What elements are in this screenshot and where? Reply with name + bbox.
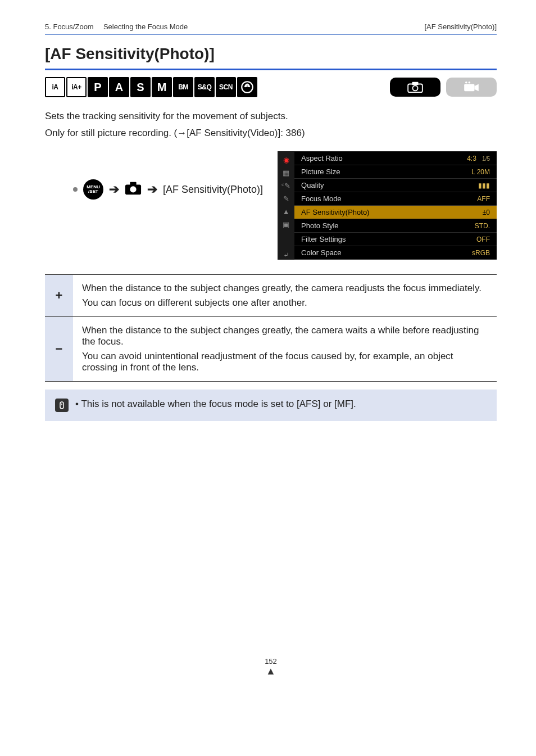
setting-desc-plus: When the distance to the subject changes… <box>73 275 497 317</box>
menu-screenshot: ◉ ▦ ᶜ✎ ✎ ▲ ▣ ⤶ Aspect Ratio 4:3 1/5 Pict… <box>278 151 497 260</box>
menu-target-label: [AF Sensitivity(Photo)] <box>163 184 263 196</box>
svg-rect-4 <box>412 82 419 85</box>
mode-m-icon: M <box>152 77 172 97</box>
mode-scn-icon: SCN <box>216 77 236 97</box>
screenshot-row: Color SpacesRGB <box>294 246 497 260</box>
breadcrumb: 5. Focus/Zoom Selecting the Focus Mode [… <box>45 22 497 35</box>
svg-point-7 <box>465 82 467 84</box>
camera-icon <box>125 181 142 198</box>
svg-point-11 <box>130 186 136 192</box>
tab-custom-icon: ᶜ✎ <box>280 180 292 191</box>
screenshot-row: Aspect Ratio 4:3 1/5 <box>294 152 497 165</box>
mode-a-icon: A <box>109 77 129 97</box>
mode-ia-plus-icon: iA+ <box>66 77 87 97</box>
mode-creative-icon <box>237 77 257 97</box>
header-left: 5. Focus/Zoom <box>45 22 94 31</box>
menu-set-icon: MENU/SET <box>83 179 103 200</box>
screenshot-body: Aspect Ratio 4:3 1/5 Picture SizeL 20M Q… <box>294 152 497 260</box>
screenshot-tabs: ◉ ▦ ᶜ✎ ✎ ▲ ▣ ⤶ <box>278 152 294 260</box>
mode-ia-icon: iA <box>45 77 65 97</box>
setting-desc-minus: When the distance to the subject changes… <box>73 317 497 382</box>
screenshot-row: Focus ModeAFF <box>294 192 497 206</box>
mode-icons: iA iA+ P A S M BM S&Q SCN <box>45 77 257 97</box>
svg-point-2 <box>248 85 249 87</box>
page-title: [AF Sensitivity(Photo)] <box>45 45 497 70</box>
header-mid: Selecting the Focus Mode <box>103 22 188 31</box>
screenshot-row: Picture SizeL 20M <box>294 165 497 179</box>
setting-key-plus: + <box>45 275 73 317</box>
video-pill-icon <box>446 78 497 97</box>
screenshot-row: Quality▮▮▮ <box>294 179 497 192</box>
svg-point-1 <box>246 85 247 87</box>
setting-key-minus: − <box>45 317 73 382</box>
note-icon <box>55 399 69 412</box>
menu-path: MENU/SET ➔ ➔ [AF Sensitivity(Photo)] <box>45 151 263 200</box>
tab-rec-icon: ◉ <box>280 155 292 165</box>
tab-video-icon: ▦ <box>280 168 292 178</box>
mode-s-icon: S <box>130 77 151 97</box>
reference-link[interactable]: [AF Sensitivity(Video)]: 386 <box>187 128 302 138</box>
header-right: [AF Sensitivity(Photo)] <box>424 22 497 31</box>
tab-playback-icon: ▣ <box>280 219 292 229</box>
svg-point-8 <box>469 82 471 84</box>
photo-pill-icon <box>390 78 440 97</box>
up-arrow-icon[interactable]: ▲ <box>45 666 497 677</box>
media-type-pills <box>390 78 497 97</box>
settings-table: + When the distance to the subject chang… <box>45 274 497 382</box>
screenshot-row: Photo StyleSTD. <box>294 219 497 233</box>
arrow-right-icon: → <box>177 128 187 138</box>
table-row: − When the distance to the subject chang… <box>45 317 497 382</box>
bullet-icon <box>73 187 78 192</box>
arrow-right-icon: ➔ <box>147 182 157 197</box>
tab-return-icon: ⤶ <box>280 250 292 260</box>
screenshot-row: Filter SettingsOFF <box>294 233 497 246</box>
svg-point-5 <box>412 85 417 90</box>
page-footer: 152 ▲ <box>45 657 497 677</box>
arrow-right-icon: ➔ <box>109 182 119 197</box>
mode-sq-icon: S&Q <box>194 77 215 97</box>
mode-availability-row: iA iA+ P A S M BM S&Q SCN <box>45 77 497 97</box>
mode-p-icon: P <box>88 77 108 97</box>
note-text: • This is not available when the focus m… <box>75 397 356 411</box>
svg-point-0 <box>242 82 253 93</box>
svg-rect-6 <box>464 84 474 92</box>
screenshot-row-highlighted: AF Sensitivity(Photo)±0 <box>294 206 497 219</box>
tab-my-menu-icon: ▲ <box>280 206 292 216</box>
svg-rect-10 <box>130 182 136 185</box>
mode-bm-icon: BM <box>173 77 193 97</box>
tab-setup-icon: ✎ <box>280 193 292 203</box>
page-number: 152 <box>45 657 497 666</box>
reference-line: Only for still picture recording. (→[AF … <box>45 128 497 139</box>
note-box: • This is not available when the focus m… <box>45 390 497 421</box>
table-row: + When the distance to the subject chang… <box>45 275 497 317</box>
intro-text: Sets the tracking sensitivity for the mo… <box>45 111 497 122</box>
